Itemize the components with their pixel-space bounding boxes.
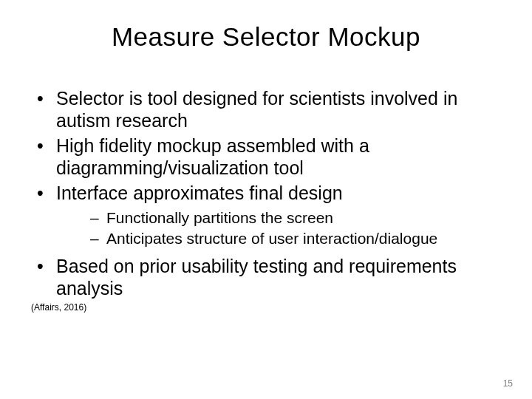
bullet-text: Interface approximates final design	[56, 183, 343, 203]
bullet-item: Interface approximates final design Func…	[30, 182, 502, 249]
sub-bullet-item: Functionally partitions the screen	[56, 208, 502, 228]
citation: (Affairs, 2016)	[30, 302, 502, 313]
bullet-item: Selector is tool designed for scientists…	[30, 87, 502, 132]
bullet-item: Based on prior usability testing and req…	[30, 255, 502, 299]
slide: Measure Selector Mockup Selector is tool…	[0, 0, 532, 399]
slide-content: Selector is tool designed for scientists…	[30, 87, 502, 384]
page-number: 15	[503, 378, 513, 389]
bullet-list: Selector is tool designed for scientists…	[30, 87, 502, 299]
slide-title: Measure Selector Mockup	[30, 22, 502, 52]
bullet-item: High fidelity mockup assembled with a di…	[30, 134, 502, 179]
sub-bullet-item: Anticipates structure of user interactio…	[56, 229, 502, 248]
sub-bullet-list: Functionally partitions the screen Antic…	[56, 208, 502, 249]
